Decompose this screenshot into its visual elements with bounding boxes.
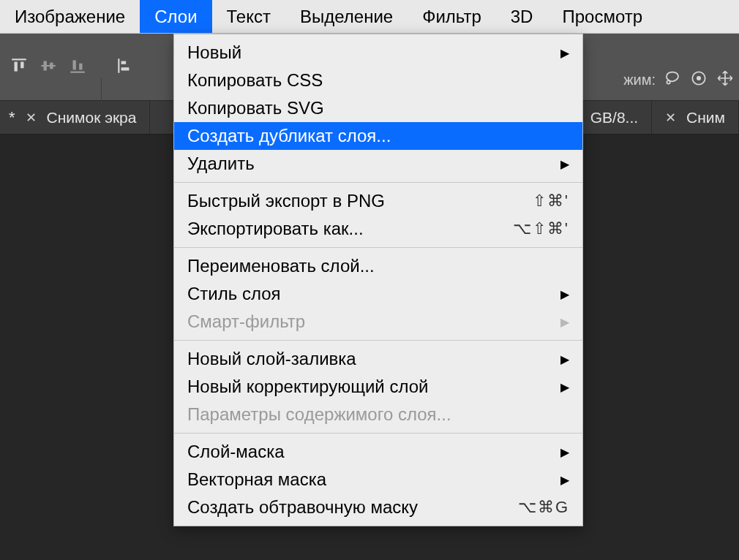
menu-view[interactable]: Просмотр xyxy=(547,0,657,33)
svg-rect-7 xyxy=(73,60,76,69)
menubar: Изображение Слои Текст Выделение Фильтр … xyxy=(0,0,739,34)
menu-item-label: Переименовать слой... xyxy=(187,256,569,276)
menu-item-label: Создать обтравочную маску xyxy=(187,497,518,518)
menu-text[interactable]: Текст xyxy=(212,0,285,33)
menu-item-layer-content-options: Параметры содержимого слоя... xyxy=(174,401,582,428)
close-icon[interactable]: ✕ xyxy=(665,110,676,126)
menu-item-smart-filter: Смарт-фильтр ▶ xyxy=(174,308,582,336)
menu-item-layer-mask[interactable]: Слой-маска ▶ xyxy=(174,438,582,466)
menu-item-label: Параметры содержимого слоя... xyxy=(187,404,569,425)
menu-item-new[interactable]: Новый ▶ xyxy=(174,39,582,67)
submenu-arrow-icon: ▶ xyxy=(560,46,569,60)
menu-item-new-adjustment-layer[interactable]: Новый корректирующий слой ▶ xyxy=(174,373,582,401)
menu-item-label: Смарт-фильтр xyxy=(187,311,560,332)
menu-item-copy-svg[interactable]: Копировать SVG xyxy=(174,94,582,122)
align-bottom-icon[interactable] xyxy=(66,54,89,77)
menu-item-label: Создать дубликат слоя... xyxy=(187,126,569,146)
menu-item-copy-css[interactable]: Копировать CSS xyxy=(174,67,582,94)
menu-item-create-clipping-mask[interactable]: Создать обтравочную маску ⌥⌘G xyxy=(174,493,582,521)
menu-item-label: Новый корректирующий слой xyxy=(187,377,560,397)
document-tab[interactable]: * ✕ Снимок экра xyxy=(0,101,150,134)
menu-separator xyxy=(174,433,582,434)
svg-rect-4 xyxy=(44,61,47,70)
tab-label: GB/8... xyxy=(590,109,638,126)
distribute-left-icon[interactable] xyxy=(113,54,137,77)
menu-layers[interactable]: Слои xyxy=(140,0,211,33)
menu-item-delete[interactable]: Удалить ▶ xyxy=(174,150,582,178)
menu-item-layer-style[interactable]: Стиль слоя ▶ xyxy=(174,280,582,308)
svg-rect-2 xyxy=(20,61,23,68)
menu-3d[interactable]: 3D xyxy=(496,0,548,33)
svg-rect-10 xyxy=(121,61,127,64)
menu-item-label: Копировать SVG xyxy=(187,98,569,118)
svg-rect-11 xyxy=(121,67,130,70)
menu-item-label: Экспортировать как... xyxy=(187,219,513,239)
svg-point-14 xyxy=(697,77,700,80)
menu-item-label: Стиль слоя xyxy=(187,284,560,304)
align-vcenter-icon[interactable] xyxy=(37,54,60,77)
submenu-arrow-icon: ▶ xyxy=(560,473,569,487)
shortcut-label: ⌥⌘G xyxy=(518,498,569,517)
svg-rect-1 xyxy=(15,61,18,71)
menu-item-label: Новый слой-заливка xyxy=(187,349,560,369)
layers-dropdown-menu: Новый ▶ Копировать CSS Копировать SVG Со… xyxy=(173,34,583,526)
menu-item-label: Векторная маска xyxy=(187,469,560,490)
submenu-arrow-icon: ▶ xyxy=(560,157,569,171)
mode-label: жим: xyxy=(623,72,656,88)
menu-filter[interactable]: Фильтр xyxy=(408,0,496,33)
menu-item-duplicate-layer[interactable]: Создать дубликат слоя... xyxy=(174,122,582,150)
menu-item-label: Копировать CSS xyxy=(187,70,569,91)
document-tab-fragment[interactable]: GB/8... xyxy=(577,101,652,134)
menu-item-label: Слой-маска xyxy=(187,442,560,462)
menu-item-vector-mask[interactable]: Векторная маска ▶ xyxy=(174,466,582,493)
menu-item-quick-export-png[interactable]: Быстрый экспорт в PNG ⇧⌘' xyxy=(174,187,582,215)
menu-image[interactable]: Изображение xyxy=(0,0,140,33)
align-top-icon[interactable] xyxy=(7,54,31,77)
menu-item-rename-layer[interactable]: Переименовать слой... xyxy=(174,252,582,280)
submenu-arrow-icon: ▶ xyxy=(560,315,569,329)
svg-rect-5 xyxy=(50,62,53,69)
modified-indicator-icon: * xyxy=(9,108,15,127)
mode-move-icon[interactable] xyxy=(716,69,735,91)
menu-separator xyxy=(174,182,582,183)
menu-item-new-fill-layer[interactable]: Новый слой-заливка ▶ xyxy=(174,345,582,373)
menu-item-label: Новый xyxy=(187,42,560,63)
submenu-arrow-icon: ▶ xyxy=(560,287,569,301)
menu-separator xyxy=(174,340,582,341)
submenu-arrow-icon: ▶ xyxy=(560,352,569,366)
menu-item-label: Удалить xyxy=(187,154,560,174)
mode-target-icon[interactable] xyxy=(689,69,708,91)
shortcut-label: ⌥⇧⌘' xyxy=(513,219,569,238)
submenu-arrow-icon: ▶ xyxy=(560,445,569,459)
tab-label: Снимок экра xyxy=(47,109,137,126)
menu-select[interactable]: Выделение xyxy=(285,0,408,33)
document-tab[interactable]: ✕ Сним xyxy=(652,101,739,134)
close-icon[interactable]: ✕ xyxy=(26,110,37,126)
menu-separator xyxy=(174,247,582,248)
svg-point-12 xyxy=(667,80,669,83)
submenu-arrow-icon: ▶ xyxy=(560,380,569,394)
svg-rect-8 xyxy=(79,63,82,69)
mode-lasso-icon[interactable] xyxy=(663,69,682,91)
shortcut-label: ⇧⌘' xyxy=(533,192,569,211)
tab-label: Сним xyxy=(686,109,725,126)
menu-item-label: Быстрый экспорт в PNG xyxy=(187,191,533,211)
menu-item-export-as[interactable]: Экспортировать как... ⌥⇧⌘' xyxy=(174,215,582,243)
toolbar-divider xyxy=(101,77,102,104)
